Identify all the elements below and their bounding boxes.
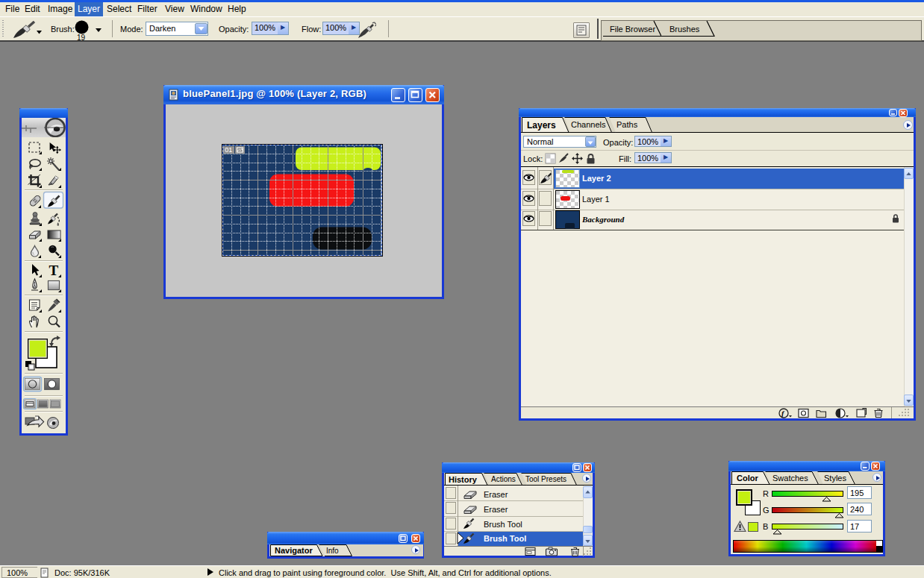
- svg-text:File Browser: File Browser: [610, 25, 655, 34]
- svg-text:f: f: [781, 409, 785, 418]
- svg-text:Actions: Actions: [491, 475, 516, 483]
- svg-text:Color: Color: [737, 474, 758, 483]
- svg-text:Navigator: Navigator: [275, 546, 313, 555]
- svg-text:Tool Presets: Tool Presets: [525, 475, 566, 483]
- svg-text:Info: Info: [326, 547, 339, 555]
- svg-text:Brushes: Brushes: [669, 25, 700, 34]
- svg-text:Paths: Paths: [616, 120, 638, 129]
- svg-text:Layers: Layers: [527, 120, 556, 131]
- svg-text:History: History: [449, 475, 478, 484]
- svg-text:T: T: [49, 263, 59, 278]
- svg-text:Channels: Channels: [571, 120, 606, 129]
- svg-text:01: 01: [225, 146, 232, 154]
- svg-text:Swatches: Swatches: [772, 474, 808, 483]
- svg-text:Styles: Styles: [824, 474, 846, 483]
